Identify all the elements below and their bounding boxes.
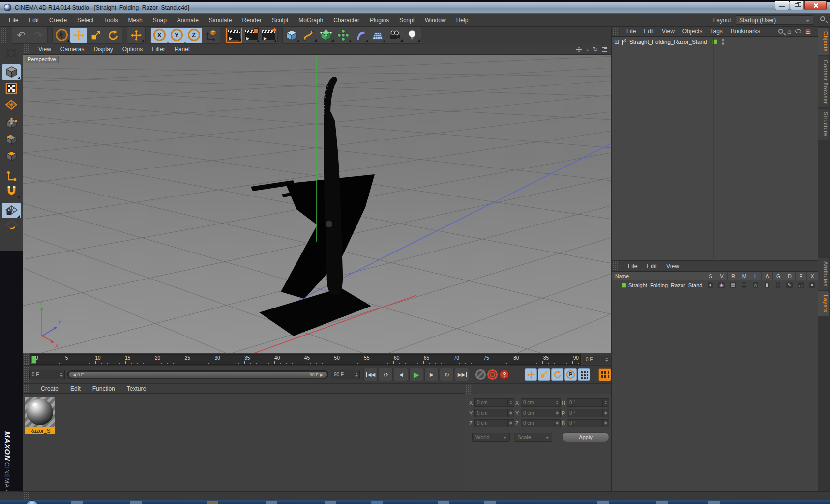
menu-item[interactable]: File (9, 17, 18, 24)
play-reverse-button[interactable]: ↺ (379, 368, 393, 381)
transform-mode-dropdown[interactable]: Scale (514, 433, 552, 442)
layer-toggle-icon[interactable]: ● (705, 280, 716, 290)
key-position-button[interactable] (525, 368, 537, 381)
toolbar-grip[interactable] (0, 27, 7, 44)
rot-h-field[interactable]: 0 ° (567, 398, 609, 407)
transport-grip[interactable] (23, 366, 29, 383)
layer-toggle-icon[interactable]: ✕ (806, 280, 818, 290)
material-menu-item[interactable]: Create (41, 385, 59, 392)
panel-tab[interactable]: Content Browser (818, 56, 829, 107)
scale-z-field[interactable]: 0 cm (521, 419, 561, 427)
layer-toggle-icon[interactable]: ◉ (716, 280, 727, 290)
column-header[interactable]: V (716, 272, 727, 280)
layer-menu-item[interactable]: Edit (647, 263, 657, 270)
viewport-dolly-icon[interactable]: ↓ (586, 46, 589, 52)
column-header[interactable]: M (739, 272, 750, 280)
taskbar-icon[interactable] (371, 501, 383, 504)
layout-dropdown[interactable]: Startup (User) (736, 15, 813, 25)
layer-toggle-icon[interactable]: ∩ (750, 280, 761, 290)
goto-end-button[interactable]: ▶▶ (455, 368, 469, 381)
expand-icon[interactable]: ⊞ (614, 39, 619, 45)
material-menu-item[interactable]: Edit (70, 385, 81, 392)
object-manager-menu-item[interactable]: Bookmarks (731, 28, 760, 35)
viewport-menu-grip[interactable] (23, 44, 29, 54)
layer-menu-item[interactable]: File (628, 263, 637, 270)
timeline-frame-field[interactable]: 0 F (583, 355, 610, 364)
layer-toggle-icon[interactable]: + (772, 280, 784, 290)
move-tool-button[interactable] (70, 28, 87, 43)
object-manager-body[interactable]: ⊞ 0 Straight_Folding_Razor_Stand (612, 37, 818, 259)
current-frame-spinner[interactable]: 0 F (29, 370, 65, 379)
menu-item[interactable]: MoGraph (298, 17, 323, 24)
coordinate-system-dropdown[interactable]: World (472, 433, 510, 442)
key-rotation-button[interactable] (551, 368, 563, 381)
redo-button[interactable]: ↷ (30, 28, 47, 43)
menu-item[interactable]: Edit (29, 17, 39, 24)
layer-grip[interactable] (612, 261, 619, 271)
menu-item[interactable]: Render (242, 17, 262, 24)
end-frame-spinner[interactable]: 90 F (331, 370, 360, 379)
menu-item[interactable]: Tools (104, 17, 118, 24)
perspective-viewport[interactable]: Perspective (23, 55, 611, 353)
object-manager-menu-item[interactable]: View (662, 28, 675, 35)
close-button[interactable] (804, 1, 827, 10)
om-add-icon[interactable]: ⊞ (805, 28, 811, 35)
viewport-menu-item[interactable]: Display (93, 46, 113, 53)
model-mode-button[interactable] (2, 64, 21, 80)
menu-item[interactable]: Character (333, 17, 359, 24)
menu-item[interactable]: Mesh (128, 17, 142, 24)
points-mode-button[interactable] (2, 116, 21, 131)
loop-mode-button[interactable]: ↻ (440, 368, 454, 381)
viewport-move-icon[interactable] (576, 46, 582, 53)
object-row[interactable]: ⊞ 0 Straight_Folding_Razor_Stand (612, 37, 818, 47)
minimize-button[interactable] (775, 1, 789, 10)
layer-toggle-icon[interactable]: ≡ (739, 280, 750, 290)
layer-color-swatch[interactable] (622, 283, 626, 288)
menu-item[interactable]: Select (77, 17, 93, 24)
menu-item[interactable]: Snap (153, 17, 167, 24)
add-cube-button[interactable] (283, 28, 300, 43)
object-manager-menu-item[interactable]: Objects (682, 28, 703, 35)
material-grip[interactable] (23, 384, 29, 393)
visibility-dots[interactable] (722, 39, 724, 45)
layer-toggle-icon[interactable]: ▮ (761, 280, 772, 290)
coordinate-system-button[interactable] (203, 28, 219, 43)
layer-toggle-icon[interactable]: ▦ (727, 280, 739, 290)
add-cloner-button[interactable] (335, 28, 352, 43)
layer-menu-item[interactable]: View (666, 263, 679, 270)
layer-toggle-icon[interactable]: ◡ (795, 280, 806, 290)
object-manager-menu-item[interactable]: Edit (644, 28, 654, 35)
render-picture-viewer-button[interactable] (243, 28, 260, 43)
lock-y-axis-button[interactable]: Y (168, 28, 185, 43)
taskbar-icon[interactable] (656, 501, 668, 504)
viewport-rotate-icon[interactable]: ↻ (593, 46, 598, 52)
autokey-button[interactable] (487, 369, 498, 380)
pos-z-field[interactable]: 0 cm (474, 419, 514, 427)
timeline-grip[interactable] (23, 353, 29, 365)
taskbar-icon[interactable] (484, 501, 496, 504)
render-view-button[interactable] (226, 28, 242, 43)
last-tool-button[interactable] (128, 28, 145, 43)
viewport-menu-item[interactable]: Cameras (60, 46, 85, 53)
apply-button[interactable]: Apply (562, 432, 609, 442)
restore-button[interactable] (790, 1, 804, 10)
search-icon[interactable] (820, 16, 825, 21)
render-settings-button[interactable]: ✱ (260, 28, 277, 43)
om-home-icon[interactable]: ⌂ (787, 28, 791, 35)
menu-item[interactable]: Help (456, 17, 469, 24)
lock-z-axis-button[interactable]: Z (185, 28, 202, 43)
name-column-header[interactable]: Name (612, 272, 705, 280)
taskbar-icon[interactable] (130, 501, 142, 504)
scale-x-field[interactable]: 0 cm (521, 398, 561, 407)
column-header[interactable]: A (761, 272, 772, 280)
key-parameter-button[interactable]: P (564, 368, 577, 381)
material-name[interactable]: Razor_S (25, 427, 55, 434)
material-menu-item[interactable]: Texture (127, 385, 146, 392)
rot-b-field[interactable]: 0 ° (567, 419, 609, 427)
column-header[interactable]: R (727, 272, 739, 280)
taskbar-icon[interactable] (597, 501, 609, 504)
viewport-menu-item[interactable]: Options (122, 46, 143, 53)
column-header[interactable]: X (806, 272, 818, 280)
polygons-mode-button[interactable] (2, 148, 21, 164)
om-search-icon[interactable] (778, 29, 783, 34)
